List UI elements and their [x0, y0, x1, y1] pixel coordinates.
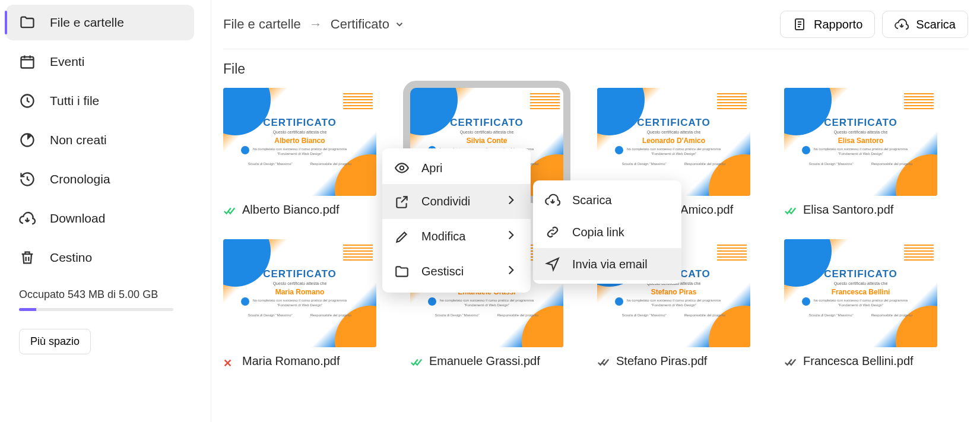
file-thumbnail[interactable]: CERTIFICATO Questo certificato attesta c…: [597, 88, 750, 196]
folder-icon: [19, 14, 36, 31]
file-card[interactable]: CERTIFICATO Questo certificato attesta c…: [784, 88, 947, 217]
check-sent-icon: [410, 357, 423, 366]
share-icon: [394, 194, 410, 210]
file-label: Elisa Santoro.pdf: [784, 203, 947, 217]
sidebar-item-label: File e cartelle: [50, 15, 124, 30]
sidebar-item-files[interactable]: File e cartelle: [6, 5, 194, 40]
cert-person-name: Alberto Bianco: [274, 137, 325, 145]
sidebar-item-not-created[interactable]: Non creati: [6, 122, 194, 158]
svg-point-4: [400, 166, 404, 170]
file-name: Alberto Bianco.pdf: [242, 203, 339, 217]
cert-subtitle: Questo certificato attesta che: [273, 130, 327, 134]
folder-icon: [394, 264, 410, 280]
cert-person-name: Maria Romano: [275, 288, 325, 296]
cert-person-name: Leonardo D'Amico: [642, 137, 705, 145]
more-space-button[interactable]: Più spazio: [19, 329, 91, 354]
sidebar-item-trash[interactable]: Cestino: [6, 240, 194, 275]
menu-edit[interactable]: Modifica: [382, 219, 531, 254]
file-thumbnail[interactable]: CERTIFICATO Questo certificato attesta c…: [784, 239, 937, 347]
main: File e cartelle → Certificato Rapporto S…: [211, 0, 980, 422]
arrow-icon: →: [309, 17, 322, 32]
cert-title: CERTIFICATO: [263, 117, 337, 129]
top-actions: Rapporto Scarica: [780, 11, 968, 38]
file-label: ✕Maria Romano.pdf: [223, 354, 386, 368]
cert-title: CERTIFICATO: [824, 117, 897, 129]
sidebar-item-all-files[interactable]: Tutti i file: [6, 83, 194, 119]
menu-manage[interactable]: Gestisci: [382, 254, 531, 289]
breadcrumb-root[interactable]: File e cartelle: [223, 17, 301, 32]
sidebar-item-label: Cestino: [50, 250, 92, 265]
chevron-right-icon: [503, 192, 519, 211]
report-icon: [792, 17, 807, 31]
submenu-download[interactable]: Scarica: [533, 184, 681, 216]
file-thumbnail[interactable]: CERTIFICATO Questo certificato attesta c…: [223, 88, 376, 196]
share-submenu: Scarica Copia link Invia via email: [533, 180, 681, 284]
svg-rect-0: [21, 57, 34, 68]
cert-body: ha completato con successo il corso prat…: [627, 147, 721, 157]
cert-title: CERTIFICATO: [637, 117, 711, 129]
storage-bar-fill: [19, 308, 36, 311]
file-name: Maria Romano.pdf: [242, 354, 340, 368]
link-icon: [545, 224, 560, 240]
storage-text: Occupato 543 MB di 5.00 GB: [19, 288, 181, 301]
send-icon: [545, 256, 560, 272]
sidebar-item-events[interactable]: Eventi: [6, 44, 194, 80]
download-cloud-icon: [545, 192, 560, 208]
file-card[interactable]: CERTIFICATO Questo certificato attesta c…: [223, 88, 386, 217]
file-label: Stefano Piras.pdf: [597, 354, 760, 368]
file-card[interactable]: CERTIFICATO Questo certificato attesta c…: [223, 239, 386, 368]
sidebar-item-history[interactable]: Cronologia: [6, 161, 194, 197]
file-thumbnail[interactable]: CERTIFICATO Questo certificato attesta c…: [784, 88, 937, 196]
file-label: Emanuele Grassi.pdf: [410, 354, 573, 368]
cert-person-name: Silvia Conte: [467, 137, 508, 145]
download-button[interactable]: Scarica: [882, 11, 968, 38]
file-thumbnail[interactable]: CERTIFICATO Questo certificato attesta c…: [223, 239, 376, 347]
sidebar: File e cartelle Eventi Tutti i file Non …: [0, 0, 211, 422]
breadcrumb: File e cartelle → Certificato: [223, 17, 405, 32]
file-name: Stefano Piras.pdf: [616, 354, 707, 368]
check-delivered-icon: [597, 357, 610, 366]
report-button[interactable]: Rapporto: [780, 11, 875, 38]
cert-person-name: Elisa Santoro: [838, 137, 884, 145]
chevron-right-icon: [503, 227, 519, 246]
history-icon: [19, 171, 36, 188]
error-icon: ✕: [223, 357, 236, 366]
submenu-send-email[interactable]: Invia via email: [533, 248, 681, 280]
cert-person-name: Francesca Bellini: [832, 288, 890, 296]
menu-share[interactable]: Condividi: [382, 184, 531, 219]
sidebar-item-label: Cronologia: [50, 172, 110, 186]
check-sent-icon: [223, 205, 236, 215]
sidebar-item-label: Tutti i file: [50, 94, 99, 108]
breadcrumb-current[interactable]: Certificato: [331, 17, 405, 32]
sidebar-item-label: Eventi: [50, 55, 84, 69]
cert-subtitle: Questo certificato attesta che: [834, 130, 888, 134]
cert-body: ha completato con successo il corso prat…: [814, 147, 908, 157]
cert-subtitle: Questo certificato attesta che: [647, 130, 701, 134]
trash-icon: [19, 249, 36, 266]
context-menu: Apri Condividi Modifica Gestisci: [382, 148, 531, 293]
file-name: Francesca Bellini.pdf: [803, 354, 914, 368]
cert-subtitle: Questo certificato attesta che: [834, 281, 888, 285]
file-name: Elisa Santoro.pdf: [803, 203, 893, 217]
download-cloud-icon: [19, 210, 36, 227]
check-sent-icon: [784, 205, 797, 215]
submenu-copy-link[interactable]: Copia link: [533, 216, 681, 248]
cert-body: ha completato con successo il corso prat…: [814, 299, 908, 308]
storage-info: Occupato 543 MB di 5.00 GB: [6, 279, 194, 313]
clock-icon: [19, 93, 36, 109]
sidebar-item-download[interactable]: Download: [6, 201, 194, 236]
file-label: Francesca Bellini.pdf: [784, 354, 947, 368]
menu-open[interactable]: Apri: [382, 152, 531, 184]
cert-person-name: Stefano Piras: [651, 288, 697, 296]
cert-title: CERTIFICATO: [450, 117, 524, 129]
calendar-icon: [19, 53, 36, 70]
file-label: Alberto Bianco.pdf: [223, 203, 386, 217]
cert-body: ha completato con successo il corso prat…: [440, 299, 534, 308]
file-card[interactable]: CERTIFICATO Questo certificato attesta c…: [784, 239, 947, 368]
eye-icon: [394, 160, 410, 176]
chevron-right-icon: [503, 262, 519, 281]
cert-body: ha completato con successo il corso prat…: [253, 147, 347, 157]
chevron-down-icon: [394, 19, 405, 30]
topbar: File e cartelle → Certificato Rapporto S…: [223, 6, 968, 49]
cert-subtitle: Questo certificato attesta che: [273, 281, 327, 285]
